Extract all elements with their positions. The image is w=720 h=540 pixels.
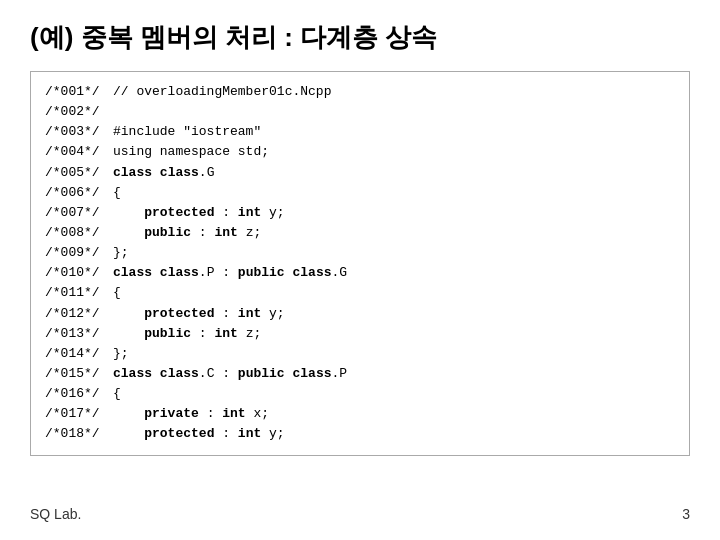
line-content: protected : int y; — [113, 304, 285, 324]
line-number: /*008*/ — [45, 223, 113, 243]
code-box: /*001*/// overloadingMember01c.Ncpp/*002… — [30, 71, 690, 456]
code-line: /*002*/ — [45, 102, 675, 122]
line-content: class class.C : public class.P — [113, 364, 347, 384]
line-number: /*004*/ — [45, 142, 113, 162]
page-number: 3 — [682, 506, 690, 522]
line-number: /*003*/ — [45, 122, 113, 142]
code-line: /*016*/{ — [45, 384, 675, 404]
line-number: /*009*/ — [45, 243, 113, 263]
line-number: /*018*/ — [45, 424, 113, 444]
line-content: private : int x; — [113, 404, 269, 424]
code-line: /*018*/ protected : int y; — [45, 424, 675, 444]
code-line: /*004*/using namespace std; — [45, 142, 675, 162]
code-line: /*013*/ public : int z; — [45, 324, 675, 344]
code-line: /*010*/class class.P : public class.G — [45, 263, 675, 283]
line-content: class class.G — [113, 163, 214, 183]
line-number: /*007*/ — [45, 203, 113, 223]
line-number: /*014*/ — [45, 344, 113, 364]
code-line: /*014*/}; — [45, 344, 675, 364]
line-content: }; — [113, 344, 129, 364]
code-line: /*008*/ public : int z; — [45, 223, 675, 243]
code-line: /*006*/{ — [45, 183, 675, 203]
line-number: /*015*/ — [45, 364, 113, 384]
code-line: /*009*/}; — [45, 243, 675, 263]
line-content: }; — [113, 243, 129, 263]
line-content: { — [113, 384, 121, 404]
line-content: using namespace std; — [113, 142, 269, 162]
line-content: // overloadingMember01c.Ncpp — [113, 82, 331, 102]
line-content: { — [113, 283, 121, 303]
code-line: /*012*/ protected : int y; — [45, 304, 675, 324]
slide-title: (예) 중복 멤버의 처리 : 다계층 상속 — [30, 20, 690, 55]
line-content: protected : int y; — [113, 424, 285, 444]
line-number: /*001*/ — [45, 82, 113, 102]
line-number: /*013*/ — [45, 324, 113, 344]
code-line: /*001*/// overloadingMember01c.Ncpp — [45, 82, 675, 102]
code-line: /*017*/ private : int x; — [45, 404, 675, 424]
code-line: /*005*/class class.G — [45, 163, 675, 183]
line-number: /*010*/ — [45, 263, 113, 283]
line-number: /*017*/ — [45, 404, 113, 424]
line-content: public : int z; — [113, 223, 261, 243]
line-number: /*006*/ — [45, 183, 113, 203]
line-content: #include "iostream" — [113, 122, 261, 142]
slide-container: (예) 중복 멤버의 처리 : 다계층 상속 /*001*/// overloa… — [0, 0, 720, 540]
code-line: /*003*/#include "iostream" — [45, 122, 675, 142]
code-line: /*011*/{ — [45, 283, 675, 303]
code-line: /*015*/class class.C : public class.P — [45, 364, 675, 384]
line-number: /*012*/ — [45, 304, 113, 324]
line-content: class class.P : public class.G — [113, 263, 347, 283]
code-line: /*007*/ protected : int y; — [45, 203, 675, 223]
footer-label: SQ Lab. — [30, 506, 81, 522]
line-number: /*002*/ — [45, 102, 113, 122]
line-content: { — [113, 183, 121, 203]
line-number: /*016*/ — [45, 384, 113, 404]
line-number: /*005*/ — [45, 163, 113, 183]
line-content: public : int z; — [113, 324, 261, 344]
line-content: protected : int y; — [113, 203, 285, 223]
line-number: /*011*/ — [45, 283, 113, 303]
